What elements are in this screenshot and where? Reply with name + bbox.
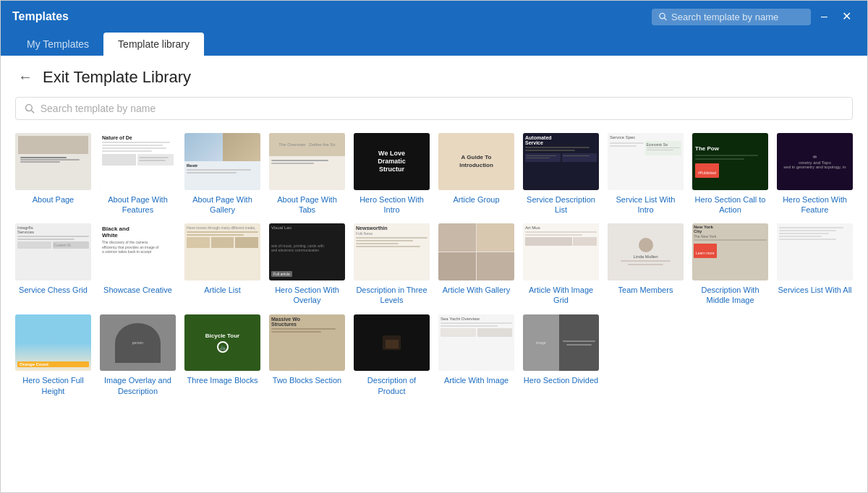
- template-item-hero-overlay[interactable]: Visual Lan arts of music, printing, card…: [269, 223, 345, 305]
- template-label: Services List With All: [777, 285, 853, 295]
- tab-template-library[interactable]: Template library: [103, 33, 204, 56]
- template-item-service-list[interactable]: Service Spec Economic Se: [608, 133, 684, 215]
- template-item-about-page[interactable]: About Page: [15, 133, 91, 215]
- content-search-input[interactable]: [41, 103, 843, 114]
- template-item-showcase[interactable]: Black andWhite The discovery of the came…: [100, 223, 176, 305]
- svg-line-1: [664, 18, 666, 20]
- search-icon-content: [25, 103, 35, 113]
- template-grid: About Page Nature of De: [15, 133, 853, 396]
- template-item-about-tabs[interactable]: The Overview Define the So About Page Wi…: [269, 133, 345, 215]
- template-item-hero-feature[interactable]: ∞ ometry and Toposed in geometry and top…: [777, 133, 853, 215]
- exit-title: Exit Template Library: [43, 68, 191, 87]
- template-item-article-list[interactable]: Have moves through many different media,…: [184, 223, 260, 305]
- back-button[interactable]: ←: [15, 67, 35, 87]
- title-search-box[interactable]: [652, 9, 811, 25]
- tabs-bar: My Templates Template library: [1, 33, 867, 56]
- title-bar-left: Templates: [12, 10, 69, 23]
- template-item-article-gallery[interactable]: Article With Gallery: [438, 223, 514, 305]
- template-label: Hero Section With Intro: [354, 194, 430, 215]
- template-label: Article With Image: [438, 375, 514, 385]
- close-button[interactable]: ✕: [838, 9, 856, 24]
- template-label: Description of Product: [354, 375, 430, 396]
- template-label: Article Group: [438, 194, 514, 205]
- template-label: Image Overlay and Description: [100, 375, 176, 396]
- template-item-about-features[interactable]: Nature of De Ab: [100, 133, 176, 215]
- exit-header: ← Exit Template Library: [15, 67, 853, 87]
- template-label: Two Blocks Section: [269, 375, 345, 385]
- template-label: Article With Image Grid: [523, 285, 599, 306]
- template-item-services-all[interactable]: Services List With All: [777, 223, 853, 305]
- template-label: Description in Three Levels: [354, 285, 430, 306]
- template-item-two-blocks[interactable]: Massive WoStructures Two Blocks Section: [269, 314, 345, 396]
- template-item-article-group[interactable]: A Guide ToIntroduction Article Group: [438, 133, 514, 215]
- template-label: Hero Section Divided: [523, 375, 599, 385]
- title-search-input[interactable]: [671, 12, 804, 22]
- template-label: Service Chess Grid: [15, 285, 91, 295]
- template-item-service-desc[interactable]: AutomatedService: [523, 133, 599, 215]
- content-search-bar[interactable]: [15, 97, 853, 120]
- template-item-hero-full[interactable]: Orange Count Hero Section Full Height: [15, 314, 91, 396]
- template-label: About Page With Tabs: [269, 194, 345, 215]
- app-title: Templates: [12, 10, 69, 23]
- template-label: Team Members: [608, 285, 684, 295]
- template-label: Hero Section Call to Action: [692, 194, 768, 215]
- tab-my-templates[interactable]: My Templates: [12, 33, 103, 56]
- template-item-team[interactable]: Linda Mullen Team Members: [608, 223, 684, 305]
- template-label: About Page: [15, 194, 91, 205]
- template-label: Service Description List: [523, 194, 599, 215]
- template-item-hero-cta[interactable]: The Pow #Published Hero Section Call to …: [692, 133, 768, 215]
- minimize-button[interactable]: –: [817, 9, 832, 24]
- template-item-desc-three[interactable]: Newsworthin Folk News Description in Thr…: [354, 223, 430, 305]
- template-label: Three Image Blocks: [184, 375, 260, 385]
- svg-line-3: [31, 110, 33, 112]
- template-label: Article With Gallery: [438, 285, 514, 295]
- search-icon: [659, 12, 667, 21]
- template-label: Showcase Creative: [100, 285, 176, 295]
- template-item-desc-product[interactable]: Description of Product: [354, 314, 430, 396]
- template-item-hero-intro[interactable]: We LoveDramaticStructur Hero Section Wit…: [354, 133, 430, 215]
- template-item-article-image[interactable]: Sea Yacht Overview Article With Image: [438, 314, 514, 396]
- template-label: Service List With Intro: [608, 194, 684, 215]
- template-item-service-chess[interactable]: Integr8sServices Custom Si Service Chess…: [15, 223, 91, 305]
- template-label: Description With Middle Image: [692, 285, 768, 306]
- main-window: Templates – ✕ My Templates Template libr…: [0, 0, 868, 493]
- template-label: About Page With Features: [100, 194, 176, 215]
- template-item-article-image-grid[interactable]: Art Mus Article With Image Grid: [523, 223, 599, 305]
- template-label: Hero Section With Feature: [777, 194, 853, 215]
- template-label: Article List: [184, 285, 260, 295]
- content-area: ← Exit Template Library: [1, 56, 867, 492]
- template-item-three-blocks[interactable]: Bicycle Tour 🚲 Three Image Blocks: [184, 314, 260, 396]
- template-label: About Page With Gallery: [184, 194, 260, 215]
- template-item-desc-middle[interactable]: New YorkCity The New York Learn more Des…: [692, 223, 768, 305]
- template-label: Hero Section Full Height: [15, 375, 91, 396]
- title-bar-right: – ✕: [652, 9, 856, 25]
- template-label: Hero Section With Overlay: [269, 285, 345, 306]
- template-item-hero-divided[interactable]: image Hero Section Divided: [523, 314, 599, 396]
- template-item-about-gallery[interactable]: Restr About Page With Gallery: [184, 133, 260, 215]
- title-bar: Templates – ✕: [1, 1, 867, 33]
- template-item-image-overlay[interactable]: person Image Overlay and Description: [100, 314, 176, 396]
